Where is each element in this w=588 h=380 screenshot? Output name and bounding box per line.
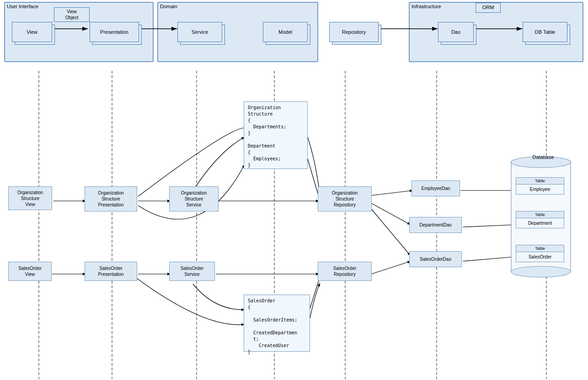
orgstructureview-node: OrganizationStructureView: [8, 186, 52, 210]
orgstructureservice-node: OrganizationStructureService: [169, 186, 219, 211]
viewobject-label: ViewObject: [65, 9, 79, 21]
svg-line-26: [371, 261, 411, 274]
table-employee-box: Table Employee: [516, 177, 564, 195]
orgstructureservice-label: OrganizationStructureService: [181, 190, 207, 208]
salesorderdao-node: SalesOrderDao: [409, 251, 462, 267]
database-label: Database: [525, 154, 561, 160]
dbtable-box-wrapper: DB Table: [523, 22, 567, 42]
model-label: Model: [278, 29, 292, 35]
table-salesorder-box: Table SalesOrder: [516, 245, 564, 262]
presentation-box: Presentation: [90, 22, 139, 42]
view-label: View: [27, 29, 37, 35]
orm-box: ORM: [476, 3, 501, 13]
svg-point-33: [511, 266, 571, 277]
dbtable-box: DB Table: [523, 22, 567, 42]
org-model-box: OrganizationStructure{ Departments;}Depa…: [244, 101, 308, 169]
presentation-label: Presentation: [100, 29, 128, 35]
salesorderpresentation-label: SalesOrderPresentation: [98, 265, 123, 277]
svg-line-20: [371, 203, 411, 225]
svg-line-22: [463, 225, 516, 227]
view-box: View: [12, 22, 52, 42]
employeedao-node: EmployeeDao: [412, 180, 460, 196]
table-department-box: Table Department: [516, 211, 564, 228]
repository-box-wrapper: Repository: [329, 22, 379, 42]
table-employee-content: Employee: [516, 185, 564, 194]
repository-box: Repository: [329, 22, 379, 42]
salesorderrepository-node: SalesOrderRepository: [318, 262, 372, 281]
orgstructurerepository-node: OrganizationStructureRepository: [318, 186, 372, 211]
orgstructurepresentation-node: OrganizationStructurePresentation: [85, 186, 137, 211]
salesorderview-node: SalesOrderView: [8, 262, 52, 281]
table-salesorder-content: SalesOrder: [516, 252, 564, 262]
salesorder-model-content: SalesOrder{ SalesOrderItems; CreatedDepa…: [248, 298, 297, 354]
employeedao-label: EmployeeDao: [422, 185, 450, 191]
view-box-wrapper: View: [12, 22, 52, 42]
dbtable-label: DB Table: [535, 29, 555, 35]
presentation-box-wrapper: Presentation: [90, 22, 139, 42]
svg-line-28: [463, 257, 516, 261]
salesorderservice-node: SalesOrderService: [169, 262, 215, 281]
section-label-domain: Domain: [160, 4, 177, 9]
service-label: Service: [192, 29, 208, 35]
salesorderrepository-label: SalesOrderRepository: [333, 265, 357, 277]
service-box-wrapper: Service: [177, 22, 222, 42]
section-label-ui: User Interface: [7, 4, 38, 9]
orgstructurerepository-label: OrganizationStructureRepository: [332, 190, 358, 208]
service-box: Service: [177, 22, 222, 42]
dao-label: Dao: [451, 29, 460, 35]
table-department-content: Department: [516, 218, 564, 228]
model-box: Model: [263, 22, 308, 42]
departmentdao-label: DepartmentDao: [419, 222, 452, 228]
salesorderview-label: SalesOrderView: [18, 265, 42, 277]
departmentdao-node: DepartmentDao: [409, 217, 462, 233]
orgstructurepresentation-label: OrganizationStructurePresentation: [98, 190, 124, 208]
repository-label: Repository: [342, 29, 366, 35]
architecture-diagram: User Interface Domain Infrastructure ORM…: [0, 0, 588, 380]
dao-box: Dao: [438, 22, 474, 42]
table-salesorder-header: Table: [516, 245, 564, 252]
dao-box-wrapper: Dao: [438, 22, 474, 42]
salesorderdao-label: SalesOrderDao: [420, 256, 451, 262]
table-employee-header: Table: [516, 178, 564, 185]
org-model-content: OrganizationStructure{ Departments;}Depa…: [248, 105, 286, 168]
viewobject-box: ViewObject: [54, 7, 90, 22]
table-department-header: Table: [516, 211, 564, 218]
salesorderservice-label: SalesOrderService: [181, 265, 204, 277]
svg-line-27: [370, 208, 411, 256]
section-label-infrastructure: Infrastructure: [412, 4, 441, 9]
orgstructureview-label: OrganizationStructureView: [17, 190, 43, 207]
model-box-wrapper: Model: [263, 22, 308, 42]
salesorderpresentation-node: SalesOrderPresentation: [85, 262, 137, 281]
salesorder-model-box: SalesOrder{ SalesOrderItems; CreatedDepa…: [244, 295, 310, 352]
svg-line-19: [371, 190, 413, 195]
